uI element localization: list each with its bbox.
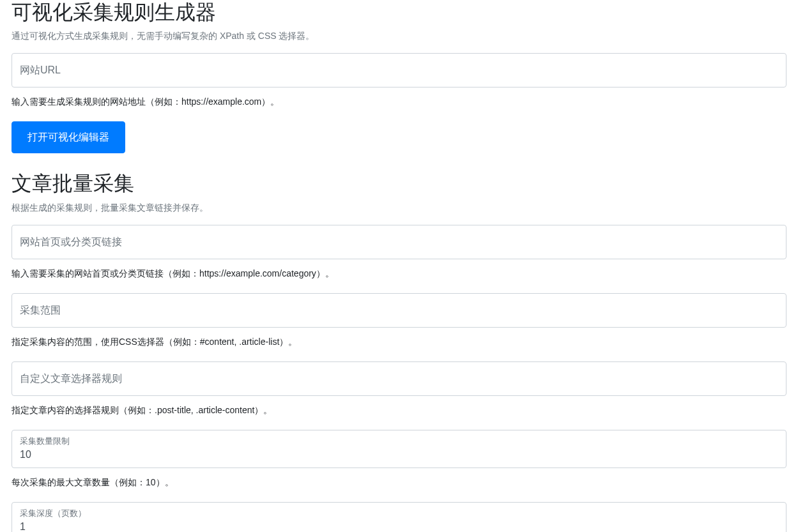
- selector-help-text: 指定文章内容的选择器规则（例如：.post-title, .article-co…: [12, 404, 786, 417]
- limit-help-text: 每次采集的最大文章数量（例如：10）。: [12, 476, 786, 489]
- visual-section-desc: 通过可视化方式生成采集规则，无需手动编写复杂的 XPath 或 CSS 选择器。: [12, 29, 786, 43]
- open-visual-editor-button[interactable]: 打开可视化编辑器: [12, 121, 125, 153]
- batch-collection-section: 文章批量采集 根据生成的采集规则，批量采集文章链接并保存。 输入需要采集的网站首…: [12, 171, 786, 532]
- homepage-input-group: 输入需要采集的网站首页或分类页链接（例如：https://example.com…: [12, 225, 786, 280]
- url-help-text: 输入需要生成采集规则的网站地址（例如：https://example.com）。: [12, 95, 786, 109]
- batch-section-title: 文章批量采集: [12, 171, 786, 195]
- collection-limit-input[interactable]: [12, 430, 786, 468]
- article-selector-input[interactable]: [12, 361, 786, 396]
- batch-section-desc: 根据生成的采集规则，批量采集文章链接并保存。: [12, 201, 786, 215]
- limit-input-group: 采集数量限制 每次采集的最大文章数量（例如：10）。: [12, 430, 786, 489]
- homepage-help-text: 输入需要采集的网站首页或分类页链接（例如：https://example.com…: [12, 267, 786, 280]
- collection-scope-input[interactable]: [12, 293, 786, 328]
- depth-input-group: 采集深度（页数） 采集的最大深度（页数）（例如：3）。: [12, 502, 786, 532]
- collection-depth-input[interactable]: [12, 502, 786, 532]
- url-input-group: 输入需要生成采集规则的网站地址（例如：https://example.com）。: [12, 53, 786, 109]
- selector-input-group: 指定文章内容的选择器规则（例如：.post-title, .article-co…: [12, 361, 786, 417]
- visual-section-title: 可视化采集规则生成器: [12, 0, 786, 24]
- scope-input-group: 指定采集内容的范围，使用CSS选择器（例如：#content, .article…: [12, 293, 786, 349]
- website-url-input[interactable]: [12, 53, 786, 87]
- homepage-url-input[interactable]: [12, 225, 786, 259]
- scope-help-text: 指定采集内容的范围，使用CSS选择器（例如：#content, .article…: [12, 335, 786, 349]
- visual-rule-generator-section: 可视化采集规则生成器 通过可视化方式生成采集规则，无需手动编写复杂的 XPath…: [12, 0, 786, 153]
